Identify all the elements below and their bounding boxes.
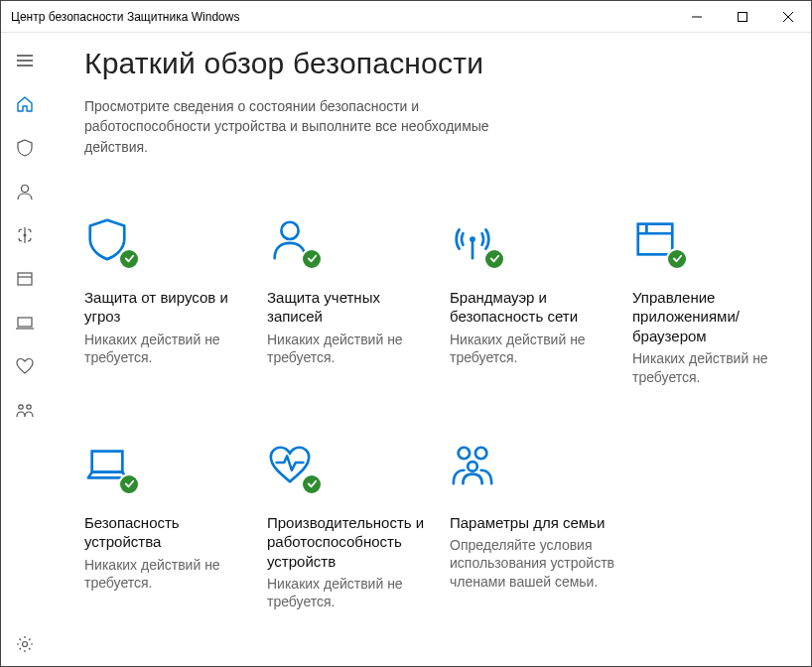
card-title: Производительность и работоспособность у…	[267, 513, 436, 572]
person-icon	[267, 216, 317, 266]
sidebar-item-account[interactable]	[1, 170, 49, 213]
sidebar-item-family[interactable]	[1, 388, 49, 432]
card-app-browser[interactable]: Управление приложениями/браузером Никаки…	[632, 216, 801, 386]
card-virus-protection[interactable]: Защита от вирусов и угроз Никаких действ…	[84, 216, 253, 386]
check-badge-icon	[483, 248, 505, 270]
svg-rect-10	[18, 273, 32, 285]
card-sub: Никаких действий не требуется.	[267, 575, 436, 610]
browser-icon	[632, 216, 682, 266]
hamburger-button[interactable]	[1, 39, 49, 82]
cards-grid: Защита от вирусов и угроз Никаких действ…	[84, 216, 781, 611]
heart-pulse-icon	[267, 442, 317, 491]
svg-point-16	[23, 642, 28, 647]
svg-point-9	[24, 234, 27, 237]
card-title: Защита от вирусов и угроз	[84, 288, 253, 327]
card-device-security[interactable]: Безопасность устройства Никаких действий…	[84, 442, 253, 611]
svg-point-15	[27, 405, 31, 409]
card-sub: Никаких действий не требуется.	[267, 331, 436, 366]
content: Краткий обзор безопасности Просмотрите с…	[49, 33, 811, 666]
card-title: Управление приложениями/браузером	[632, 288, 801, 346]
svg-point-25	[475, 448, 487, 460]
sidebar-item-device[interactable]	[1, 301, 49, 344]
page-title: Краткий обзор безопасности	[84, 47, 781, 80]
sidebar-item-home[interactable]	[1, 82, 49, 126]
card-account-protection[interactable]: Защита учетных записей Никаких действий …	[267, 216, 436, 386]
card-family-options[interactable]: Параметры для семьи Определяйте условия …	[450, 442, 618, 611]
sidebar-item-virus[interactable]	[1, 126, 49, 170]
card-sub: Никаких действий не требуется.	[632, 349, 801, 385]
shield-icon	[84, 216, 134, 266]
laptop-icon	[84, 442, 134, 491]
svg-rect-1	[739, 12, 747, 21]
card-sub: Никаких действий не требуется.	[84, 331, 253, 366]
page-subtitle: Просмотрите сведения о состоянии безопас…	[84, 96, 501, 157]
sidebar-item-firewall[interactable]	[1, 213, 49, 257]
check-badge-icon	[118, 248, 140, 270]
svg-point-7	[22, 186, 29, 193]
check-badge-icon	[301, 473, 323, 495]
card-firewall[interactable]: Брандмауэр и безопасность сети Никаких д…	[450, 216, 618, 386]
antenna-icon	[450, 216, 499, 266]
svg-rect-20	[638, 224, 673, 255]
minimize-button[interactable]	[674, 1, 720, 33]
card-title: Брандмауэр и безопасность сети	[450, 288, 618, 327]
sidebar-item-health[interactable]	[1, 344, 49, 388]
card-sub: Никаких действий не требуется.	[450, 331, 618, 366]
window-title: Центр безопасности Защитника Windows	[11, 10, 239, 24]
family-icon	[450, 442, 499, 491]
card-title: Защита учетных записей	[267, 288, 436, 327]
sidebar-item-settings[interactable]	[1, 622, 49, 666]
svg-point-17	[281, 222, 298, 239]
svg-rect-12	[18, 318, 32, 327]
card-sub: Определяйте условия использования устрой…	[450, 536, 618, 591]
svg-rect-23	[92, 451, 123, 471]
svg-point-26	[468, 462, 477, 471]
check-badge-icon	[301, 248, 323, 270]
svg-point-24	[459, 448, 471, 460]
close-button[interactable]	[765, 1, 811, 33]
card-sub: Никаких действий не требуется.	[84, 556, 253, 592]
card-title: Безопасность устройства	[84, 513, 253, 552]
sidebar-item-app-browser[interactable]	[1, 257, 49, 301]
card-title: Параметры для семьи	[450, 513, 618, 533]
check-badge-icon	[118, 473, 140, 495]
titlebar: Центр безопасности Защитника Windows	[1, 1, 811, 33]
maximize-button[interactable]	[720, 1, 765, 33]
check-badge-icon	[666, 248, 688, 270]
svg-point-14	[19, 405, 23, 409]
sidebar	[1, 33, 49, 666]
card-device-health[interactable]: Производительность и работоспособность у…	[267, 442, 436, 611]
